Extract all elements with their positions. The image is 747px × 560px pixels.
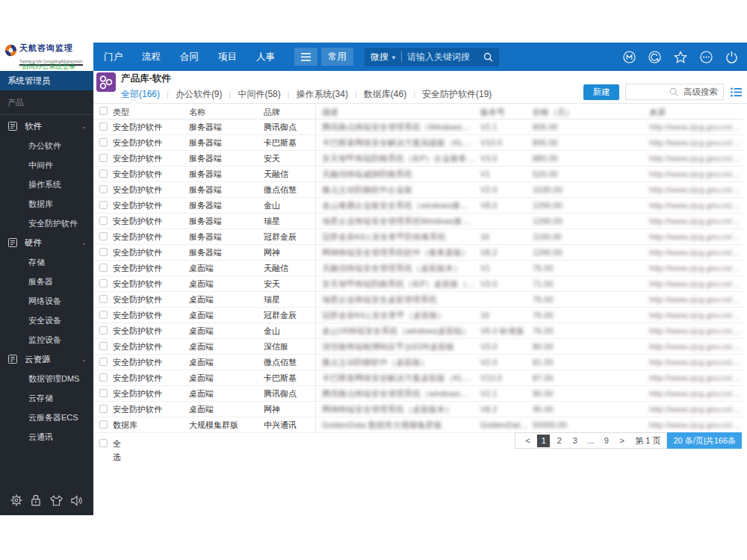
pinned-tab-changyong[interactable]: 常用	[321, 48, 353, 66]
row-checkbox[interactable]	[99, 358, 108, 366]
sidebar-item-监控设备[interactable]: 监控设备	[0, 330, 93, 349]
row-checkbox[interactable]	[99, 342, 108, 350]
row-checkbox[interactable]	[99, 405, 108, 413]
table-row[interactable]: 安全防护软件桌面端卡巴斯基卡巴斯基网络安全解决方案桌面版（KL10 - 标准授权…	[93, 370, 743, 386]
more-circle-icon[interactable]	[700, 51, 713, 63]
sidebar-item-安全设备[interactable]: 安全设备	[0, 311, 93, 330]
chevron-down-icon[interactable]: ▼	[391, 55, 397, 61]
table-row[interactable]: 安全防护软件服务器端金山金山毒霸企业版安全系统（windows服务器版）V8.0…	[93, 198, 743, 214]
menu-hamburger-button[interactable]	[294, 48, 317, 66]
table-row[interactable]: 安全防护软件桌面端深信服深信服终端检测响应平台EDR桌面版V3.080.00ht…	[93, 339, 743, 355]
tab-操作系统(34)[interactable]: 操作系统(34)	[297, 88, 348, 101]
row-checkbox[interactable]	[99, 122, 108, 131]
table-row[interactable]: 安全防护软件桌面端金山金山V6终端安全系统（windows桌面端）V6.0 标准…	[93, 323, 743, 339]
pagination-page-9[interactable]: 9	[600, 435, 613, 447]
table-row[interactable]: 安全防护软件服务器端腾讯御点腾讯御点终端安全管理系统（Windows版）V2.1…	[93, 119, 743, 135]
row-checkbox[interactable]	[99, 232, 108, 240]
col-header-version-blurred[interactable]: 版本号	[480, 105, 528, 119]
sidebar-item-云通讯[interactable]: 云通讯	[0, 427, 93, 447]
table-row[interactable]: 安全防护软件桌面端安天安天智甲终端防御系统（IEP）桌面版（国产化）V3.071…	[93, 276, 743, 292]
pagination-page-1[interactable]: 1	[537, 435, 550, 447]
table-row[interactable]: 安全防护软件服务器端天融信天融信终端威胁防御系统V1520.00http://w…	[93, 167, 743, 182]
sidebar-group-云资源[interactable]: 云资源⌄	[0, 349, 93, 369]
sidebar-group-软件[interactable]: 软件⌄	[0, 116, 93, 136]
oa-login-link[interactable]: · 协同办公系统登录	[0, 63, 93, 71]
theme-shirt-icon[interactable]	[50, 495, 63, 506]
power-icon[interactable]	[725, 51, 738, 63]
row-checkbox[interactable]	[99, 185, 108, 193]
pagination-next-button[interactable]: >	[616, 435, 628, 447]
row-checkbox[interactable]	[99, 169, 108, 178]
global-search-input[interactable]	[407, 52, 483, 62]
sidebar-item-存储[interactable]: 存储	[0, 252, 93, 272]
row-checkbox[interactable]	[99, 217, 108, 225]
table-row[interactable]: 安全防护软件桌面端冠群金辰冠群金辰KILL安全胄甲（桌面版）1675.00htt…	[93, 308, 743, 323]
row-checkbox[interactable]	[99, 295, 108, 303]
sidebar-item-中间件[interactable]: 中间件	[0, 155, 93, 175]
page-size-badge[interactable]: 20 条/页|共166条	[667, 432, 742, 449]
sidebar-item-云存储[interactable]: 云存储	[0, 388, 93, 408]
tab-中间件(58)[interactable]: 中间件(58)	[238, 88, 280, 101]
sidebar-item-服务器[interactable]: 服务器	[0, 272, 93, 291]
col-header-type[interactable]: 类型	[113, 105, 187, 119]
pagination-page-2[interactable]: 2	[553, 435, 565, 447]
search-icon[interactable]	[669, 87, 678, 96]
enterprise-chat-icon[interactable]	[648, 51, 661, 63]
row-checkbox[interactable]	[99, 326, 108, 335]
row-checkbox[interactable]	[99, 154, 108, 162]
col-header-brand[interactable]: 品牌	[264, 105, 316, 119]
tab-全部(166)[interactable]: 全部(166)	[121, 88, 160, 101]
sidebar-item-数据库[interactable]: 数据库	[0, 194, 93, 214]
row-checkbox[interactable]	[99, 264, 108, 272]
row-checkbox[interactable]	[99, 201, 108, 209]
nav-link-项目[interactable]: 项目	[218, 51, 237, 63]
table-search-input[interactable]	[626, 84, 669, 99]
col-header-name[interactable]: 名称	[189, 105, 261, 119]
row-checkbox[interactable]	[99, 138, 108, 146]
nav-link-合同[interactable]: 合同	[180, 51, 199, 63]
tab-数据库(46)[interactable]: 数据库(46)	[364, 88, 406, 101]
table-row[interactable]: 安全防护软件服务器端微点佰慧微点主动防御软件企业版V2.01030.00http…	[93, 182, 743, 198]
row-checkbox[interactable]	[99, 279, 108, 287]
search-scope-label[interactable]: 微搜	[371, 51, 388, 63]
nav-link-人事[interactable]: 人事	[256, 51, 275, 63]
sound-speaker-icon[interactable]	[71, 495, 83, 506]
table-row[interactable]: 安全防护软件桌面端微点佰慧微点主动防御软件（桌面版）V2.081.00http:…	[93, 355, 743, 370]
sidebar-group-硬件[interactable]: 硬件⌄	[0, 233, 93, 252]
sidebar-item-安全防护软件[interactable]: 安全防护软件	[0, 214, 93, 233]
sidebar-item-操作系统[interactable]: 操作系统	[0, 175, 93, 194]
table-row[interactable]: 安全防护软件桌面端腾讯御点腾讯御点终端安全管理系统（windows）V2.1版V…	[93, 386, 743, 402]
table-row[interactable]: 安全防护软件桌面端天融信天融信终端安全管理系统（桌面版本）V175.00http…	[93, 261, 743, 276]
settings-gear-icon[interactable]	[10, 494, 22, 506]
col-header-desc-blurred[interactable]: 描述	[322, 105, 476, 119]
table-row[interactable]: 数据库大规模集群版中兴通讯GoldenData 数据库大规模集群版GoldenD…	[93, 417, 743, 433]
tab-办公软件(9)[interactable]: 办公软件(9)	[176, 88, 223, 101]
search-icon[interactable]	[483, 52, 493, 62]
tab-安全防护软件(19)[interactable]: 安全防护软件(19)	[422, 88, 492, 101]
select-all-checkbox[interactable]	[99, 439, 108, 447]
nav-link-流程[interactable]: 流程	[142, 51, 161, 63]
row-checkbox[interactable]	[99, 389, 108, 397]
header-checkbox[interactable]	[99, 107, 108, 115]
col-header-source-blurred[interactable]: 来源	[649, 105, 743, 119]
col-header-price-blurred[interactable]: 价格（元）	[533, 105, 643, 119]
sidebar-item-数据管理DMS[interactable]: 数据管理DMS	[0, 369, 93, 388]
new-button[interactable]: 新建	[583, 84, 619, 100]
sidebar-item-云服务器ECS[interactable]: 云服务器ECS	[0, 408, 93, 427]
table-row[interactable]: 安全防护软件服务器端瑞星瑞星企业终端安全管理系统Windows服务器版1290.…	[93, 214, 743, 229]
table-row[interactable]: 安全防护软件服务器端冠群金辰冠群金辰KILL安全胄甲防病毒系统161100.00…	[93, 229, 743, 245]
sidebar-item-办公软件[interactable]: 办公软件	[0, 136, 93, 155]
list-view-icon[interactable]	[731, 87, 742, 97]
favorite-star-icon[interactable]	[674, 51, 687, 63]
pagination-page-3[interactable]: 3	[568, 435, 581, 447]
row-checkbox[interactable]	[99, 373, 108, 382]
pagination-prev-button[interactable]: <	[521, 435, 534, 447]
row-checkbox[interactable]	[99, 311, 108, 319]
nav-link-门户[interactable]: 门户	[104, 51, 123, 63]
table-row[interactable]: 安全防护软件服务器端网神网神终端安全管理系统软件（服务器版）V8.21290.0…	[93, 245, 743, 261]
lock-icon[interactable]	[31, 494, 41, 506]
table-row[interactable]: 安全防护软件桌面端瑞星瑞星企业终端安全桌面管理系统75.00http://www…	[93, 292, 743, 308]
sidebar-item-网络设备[interactable]: 网络设备	[0, 291, 93, 311]
m-circle-icon[interactable]	[623, 51, 636, 63]
advanced-search-button[interactable]: 高级搜索	[678, 84, 723, 100]
